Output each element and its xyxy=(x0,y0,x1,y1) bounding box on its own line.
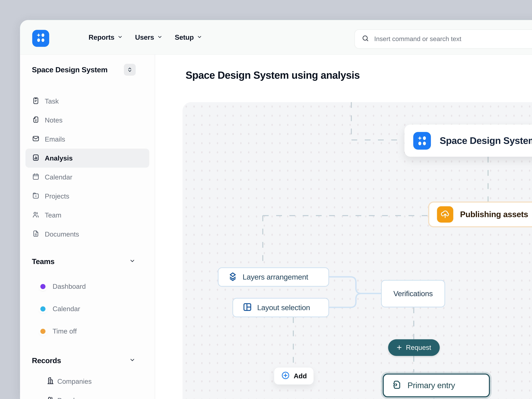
connector-dashed xyxy=(263,215,428,216)
plus-circle-icon xyxy=(281,371,290,381)
sidebar: Space Design System Task Notes xyxy=(20,55,155,399)
chevron-down-icon xyxy=(117,33,123,41)
sidebar-item-label: Documents xyxy=(45,230,79,238)
layout-columns-icon xyxy=(242,302,253,313)
layers-icon xyxy=(228,271,238,283)
search-icon xyxy=(362,35,369,44)
team-item-calendar[interactable]: Calendar xyxy=(20,298,155,320)
team-item-label: Calendar xyxy=(52,305,80,313)
team-item-dashboard[interactable]: Dashboard xyxy=(20,275,155,298)
sidebar-item-documents[interactable]: Documents xyxy=(25,225,149,244)
sidebar-item-label: Team xyxy=(45,211,61,219)
team-color-dot xyxy=(40,284,45,289)
envelope-icon xyxy=(32,134,40,144)
connector-dashed xyxy=(488,157,488,202)
chevron-down-icon xyxy=(197,33,202,41)
node-label: Space Design System xyxy=(440,135,532,146)
app-root: Reports Users Setup xyxy=(0,0,532,399)
node-label: Layers arrangement xyxy=(243,273,308,282)
node-label: Verifications xyxy=(393,289,433,298)
flow-canvas[interactable]: Space Design System Publishing assets xyxy=(183,102,532,399)
document-icon xyxy=(32,229,40,239)
nav-users-label: Users xyxy=(135,33,154,41)
search-input[interactable] xyxy=(374,35,524,43)
node-space-design-system[interactable]: Space Design System xyxy=(405,125,532,157)
add-button[interactable]: Add xyxy=(274,367,314,385)
sidebar-item-projects[interactable]: Projects xyxy=(25,187,149,206)
clipboard-icon xyxy=(32,96,40,106)
team-item-label: Time off xyxy=(52,327,77,335)
chevron-down-icon xyxy=(129,258,135,265)
main-nav: Reports Users Setup xyxy=(89,20,202,54)
node-label: Primary entry xyxy=(407,381,455,390)
main-content: Space Design System using analysis xyxy=(155,55,532,399)
teams-section-header[interactable]: Teams xyxy=(20,256,155,267)
nav-users[interactable]: Users xyxy=(135,33,163,41)
sidebar-menu: Task Notes Emails xyxy=(20,92,155,244)
nav-reports-label: Reports xyxy=(89,33,114,41)
sidebar-item-label: Notes xyxy=(45,116,63,124)
nav-setup-label: Setup xyxy=(175,33,194,41)
node-label: Layout selection xyxy=(257,303,310,312)
sidebar-item-emails[interactable]: Emails xyxy=(25,130,149,149)
teams-list: Dashboard Calendar Time off xyxy=(20,275,155,342)
folder-icon xyxy=(32,191,40,201)
connector-dashed xyxy=(413,307,414,339)
team-color-dot xyxy=(40,306,45,311)
connector-dashed xyxy=(413,356,414,373)
connector-dashed xyxy=(351,102,352,140)
sidebar-item-analysis[interactable]: Analysis xyxy=(25,149,149,168)
node-layers-arrangement[interactable]: Layers arrangement xyxy=(218,267,329,287)
add-button-label: Add xyxy=(294,372,307,380)
code-file-icon xyxy=(392,380,402,391)
command-search-bar[interactable] xyxy=(354,29,532,49)
node-primary-entry[interactable]: Primary entry xyxy=(383,374,490,397)
chevron-down-icon xyxy=(129,357,135,364)
app-window: Reports Users Setup xyxy=(20,20,532,399)
record-item-label: People xyxy=(57,396,78,399)
node-layout-selection[interactable]: Layout selection xyxy=(232,298,329,317)
workspace-name: Space Design System xyxy=(32,65,108,74)
sidebar-item-label: Emails xyxy=(45,135,65,143)
sparkles-logo-icon xyxy=(35,32,46,45)
sidebar-item-label: Task xyxy=(45,97,59,105)
sidebar-item-team[interactable]: Team xyxy=(25,206,149,225)
sidebar-item-notes[interactable]: Notes xyxy=(25,111,149,130)
sidebar-item-label: Projects xyxy=(45,192,69,200)
connector-dashed xyxy=(293,317,294,367)
request-button[interactable]: + Request xyxy=(388,339,440,356)
sidebar-item-label: Calendar xyxy=(45,173,72,181)
sidebar-item-calendar[interactable]: Calendar xyxy=(25,168,149,187)
team-color-dot xyxy=(40,329,45,334)
workspace-switcher-button[interactable] xyxy=(124,64,136,76)
node-label: Publishing assets xyxy=(460,210,528,219)
node-publishing-assets[interactable]: Publishing assets xyxy=(428,202,532,227)
connector-dashed xyxy=(262,215,263,267)
people-icon xyxy=(46,396,55,399)
top-bar: Reports Users Setup xyxy=(20,20,532,55)
cloud-upload-icon xyxy=(437,206,453,222)
team-item-label: Dashboard xyxy=(52,282,86,290)
sparkles-logo-icon xyxy=(413,132,431,149)
plus-icon: + xyxy=(397,343,402,352)
request-button-label: Request xyxy=(406,344,431,351)
node-verifications[interactable]: Verifications xyxy=(381,280,445,307)
calendar-icon xyxy=(32,173,40,182)
page-title: Space Design System using analysis xyxy=(185,70,360,81)
record-item-companies[interactable]: Companies xyxy=(20,372,155,391)
teams-section-title: Teams xyxy=(32,257,55,266)
nav-setup[interactable]: Setup xyxy=(175,33,202,41)
team-item-time-off[interactable]: Time off xyxy=(20,320,155,342)
record-item-label: Companies xyxy=(57,378,92,385)
sidebar-item-label: Analysis xyxy=(45,154,73,162)
records-section-header[interactable]: Records xyxy=(20,355,155,366)
nav-reports[interactable]: Reports xyxy=(89,33,123,41)
app-logo[interactable] xyxy=(32,30,49,47)
sidebar-item-task[interactable]: Task xyxy=(25,92,149,111)
users-icon xyxy=(32,210,40,220)
records-list: Companies People xyxy=(20,372,155,399)
bar-chart-icon xyxy=(32,153,40,163)
chevron-down-icon xyxy=(157,33,163,41)
record-item-people[interactable]: People xyxy=(20,391,155,399)
note-icon xyxy=(32,115,40,125)
